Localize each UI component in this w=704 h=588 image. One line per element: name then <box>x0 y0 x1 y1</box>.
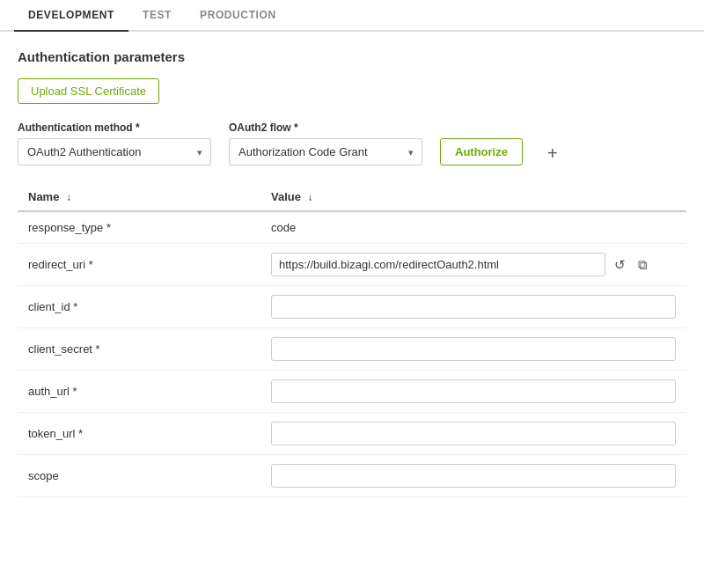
param-name-client-secret: client_secret * <box>18 328 260 371</box>
main-content: Authentication parameters Upload SSL Cer… <box>0 32 704 515</box>
tabs-bar: DEVELOPMENT TEST PRODUCTION <box>0 0 704 32</box>
table-row: redirect_uri * ↺ ⧉ <box>18 244 686 286</box>
client-id-input[interactable] <box>271 295 676 319</box>
auth-url-input[interactable] <box>271 379 676 403</box>
param-value-client-secret <box>260 328 686 371</box>
scope-input[interactable] <box>271 464 676 488</box>
copy-redirect-uri-button[interactable]: ⧉ <box>634 255 651 275</box>
auth-method-select[interactable]: OAuth2 Authentication Basic Authenticati… <box>18 138 211 165</box>
param-name-redirect-uri: redirect_uri * <box>18 244 260 286</box>
auth-method-label: Authentication method <box>18 121 211 134</box>
oauth-flow-select-wrapper: Authorization Code Grant Client Credenti… <box>229 138 422 165</box>
reset-redirect-uri-button[interactable]: ↺ <box>611 255 629 275</box>
form-row: Authentication method OAuth2 Authenticat… <box>18 121 686 165</box>
param-name-scope: scope <box>18 455 260 497</box>
authorize-button[interactable]: Authorize <box>440 138 523 165</box>
param-value-token-url <box>260 413 686 455</box>
tab-development[interactable]: DEVELOPMENT <box>14 0 128 32</box>
table-header-row: Name ↓ Value ↓ <box>18 183 686 211</box>
upload-ssl-button[interactable]: Upload SSL Certificate <box>18 78 159 104</box>
param-value-response-type: code <box>260 211 686 244</box>
oauth-flow-select[interactable]: Authorization Code Grant Client Credenti… <box>229 138 422 165</box>
table-row: auth_url * <box>18 371 686 413</box>
param-name-token-url: token_url * <box>18 413 260 455</box>
col-header-value: Value ↓ <box>260 183 686 211</box>
client-secret-input[interactable] <box>271 337 676 361</box>
params-table: Name ↓ Value ↓ response_type * code <box>18 183 686 497</box>
oauth-flow-group: OAuth2 flow Authorization Code Grant Cli… <box>229 121 422 165</box>
table-row: client_id * <box>18 286 686 328</box>
auth-method-group: Authentication method OAuth2 Authenticat… <box>18 121 211 165</box>
table-row: response_type * code <box>18 211 686 244</box>
oauth-flow-label: OAuth2 flow <box>229 121 422 134</box>
param-name-client-id: client_id * <box>18 286 260 328</box>
tab-production[interactable]: PRODUCTION <box>186 0 290 32</box>
auth-method-select-wrapper: OAuth2 Authentication Basic Authenticati… <box>18 138 211 165</box>
param-value-auth-url <box>260 371 686 413</box>
col-header-name: Name ↓ <box>18 183 260 211</box>
section-title: Authentication parameters <box>18 49 686 64</box>
param-name-response-type: response_type * <box>18 211 260 244</box>
token-url-input[interactable] <box>271 422 676 445</box>
redirect-uri-input-group: ↺ ⧉ <box>271 253 676 276</box>
value-sort-icon[interactable]: ↓ <box>308 191 313 203</box>
table-row: token_url * <box>18 413 686 455</box>
param-name-auth-url: auth_url * <box>18 371 260 413</box>
redirect-uri-input[interactable] <box>271 253 605 276</box>
param-value-redirect-uri: ↺ ⧉ <box>260 244 686 286</box>
param-value-client-id <box>260 286 686 328</box>
param-value-scope <box>260 455 686 497</box>
name-sort-icon[interactable]: ↓ <box>66 191 71 203</box>
table-row: scope <box>18 455 686 497</box>
table-row: client_secret * <box>18 328 686 371</box>
tab-test[interactable]: TEST <box>128 0 186 32</box>
add-param-button[interactable]: + <box>540 141 565 165</box>
